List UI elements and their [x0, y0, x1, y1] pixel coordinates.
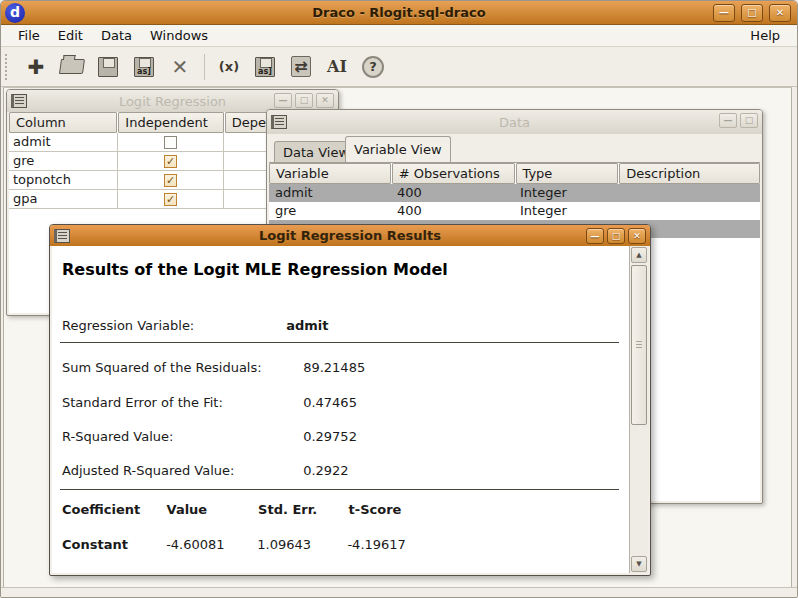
status-bar — [1, 587, 797, 597]
save-as-icon[interactable]: as] — [128, 51, 160, 83]
data-window-title: Data — [267, 115, 762, 130]
scrollbar-thumb[interactable] — [631, 265, 647, 425]
column-header-variable[interactable]: Variable — [269, 163, 391, 184]
regression-variable-value: admit — [286, 318, 328, 333]
save-icon[interactable] — [92, 51, 124, 83]
open-folder-icon[interactable] — [56, 51, 88, 83]
text-tool-icon[interactable]: AI — [321, 51, 353, 83]
new-icon[interactable]: ✚ — [20, 51, 52, 83]
close-button[interactable]: ✕ — [769, 4, 791, 22]
regression-variable-row: Regression Variable: admit — [62, 318, 615, 333]
results-window-title: Logit Regression Results — [50, 228, 650, 243]
application-window: d Draco - Rlogit.sql-draco — □ ✕ File Ed… — [0, 0, 798, 598]
maximize-button[interactable]: □ — [741, 4, 763, 22]
menu-help[interactable]: Help — [741, 26, 789, 45]
results-titlebar[interactable]: Logit Regression Results — □ ✕ — [50, 225, 650, 246]
independent-checkbox[interactable] — [164, 155, 177, 168]
column-header-observations[interactable]: # Observations — [392, 163, 515, 184]
column-header-column[interactable]: Column — [9, 112, 117, 133]
transform-icon[interactable]: ⇄ — [285, 51, 317, 83]
divider — [60, 489, 619, 490]
column-header-description[interactable]: Description — [619, 163, 760, 184]
menu-edit[interactable]: Edit — [49, 26, 92, 45]
export-as-icon[interactable]: as] — [249, 51, 281, 83]
table-row[interactable]: gre 400 Integer — [269, 202, 760, 220]
maximize-button[interactable]: □ — [295, 93, 313, 108]
stat-row: R-Squared Value: 0.29752 — [62, 429, 615, 444]
main-window-title: Draco - Rlogit.sql-draco — [1, 5, 797, 20]
stat-row: Sum Squared of the Residuals: 89.21485 — [62, 360, 615, 375]
window-menu-icon[interactable] — [271, 115, 287, 129]
independent-checkbox[interactable] — [164, 193, 177, 206]
data-view-tabs: Data View Variable View — [269, 134, 760, 162]
minimize-button[interactable]: — — [586, 228, 604, 244]
main-titlebar[interactable]: d Draco - Rlogit.sql-draco — □ ✕ — [1, 1, 797, 25]
toolbar: ✚ as] ✕ (x) as] ⇄ AI ? — [1, 47, 797, 87]
divider — [60, 342, 619, 343]
stat-row: Adjusted R-Squared Value: 0.2922 — [62, 463, 615, 478]
delete-icon[interactable]: ✕ — [164, 51, 196, 83]
independent-checkbox[interactable] — [164, 174, 177, 187]
maximize-button[interactable]: □ — [607, 228, 625, 244]
window-menu-icon[interactable] — [11, 94, 27, 108]
column-header-type[interactable]: Type — [516, 163, 619, 184]
minimize-button[interactable]: — — [274, 93, 292, 108]
tab-variable-view[interactable]: Variable View — [345, 136, 451, 162]
menu-data[interactable]: Data — [92, 26, 141, 45]
data-titlebar[interactable]: Data — □ — [267, 110, 762, 134]
maximize-button[interactable]: □ — [740, 113, 758, 128]
menu-windows[interactable]: Windows — [141, 26, 217, 45]
menu-bar: File Edit Data Windows Help — [1, 25, 797, 47]
toolbar-separator — [204, 54, 205, 80]
scroll-up-icon[interactable]: ▲ — [631, 247, 647, 263]
minimize-button[interactable]: — — [719, 113, 737, 128]
logit-results-window: Logit Regression Results — □ ✕ Results o… — [49, 224, 651, 576]
table-row[interactable]: admit 400 Integer — [269, 184, 760, 202]
independent-checkbox[interactable] — [164, 136, 177, 149]
mdi-workspace: Logit Regression — □ ✕ Column Independen… — [3, 87, 792, 589]
toolbar-drag-handle[interactable] — [5, 54, 12, 80]
results-heading: Results of the Logit MLE Regression Mode… — [62, 260, 448, 279]
coefficient-row: Constant -4.60081 1.09643 -4.19617 — [62, 537, 615, 552]
menu-file[interactable]: File — [9, 26, 49, 45]
scroll-down-icon[interactable]: ▼ — [631, 556, 647, 572]
close-button[interactable]: ✕ — [316, 93, 334, 108]
insert-function-icon[interactable]: (x) — [213, 51, 245, 83]
column-header-independent[interactable]: Independent — [118, 112, 223, 133]
help-icon[interactable]: ? — [357, 51, 389, 83]
vertical-scrollbar[interactable]: ▲ ▼ — [629, 246, 648, 573]
results-content: Results of the Logit MLE Regression Mode… — [52, 246, 629, 573]
stat-row: Standard Error of the Fit: 0.47465 — [62, 395, 615, 410]
close-button[interactable]: ✕ — [628, 228, 646, 244]
coefficient-header-row: Coefficient Value Std. Err. t-Score — [62, 502, 615, 517]
minimize-button[interactable]: — — [713, 4, 735, 22]
window-menu-icon[interactable] — [54, 229, 70, 243]
